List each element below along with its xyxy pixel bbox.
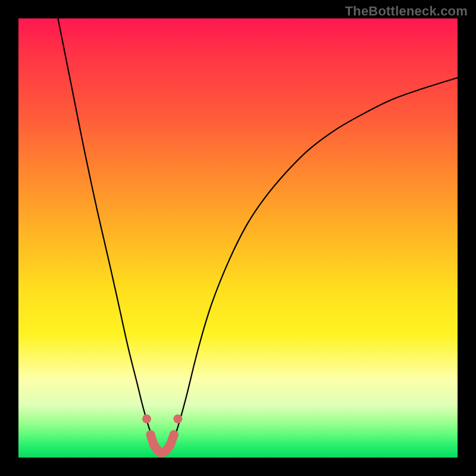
optimal-marker [142,415,151,424]
chart-svg [18,18,458,458]
bottleneck-curve [58,18,458,453]
optimal-marker [173,415,182,424]
optimal-marker [170,430,178,439]
chart-stage: TheBottleneck.com [0,0,476,476]
optimal-marker-group [142,415,182,457]
watermark-text: TheBottleneck.com [345,4,468,19]
optimal-marker [166,440,175,449]
optimal-marker [146,430,155,439]
plot-area [18,18,458,458]
